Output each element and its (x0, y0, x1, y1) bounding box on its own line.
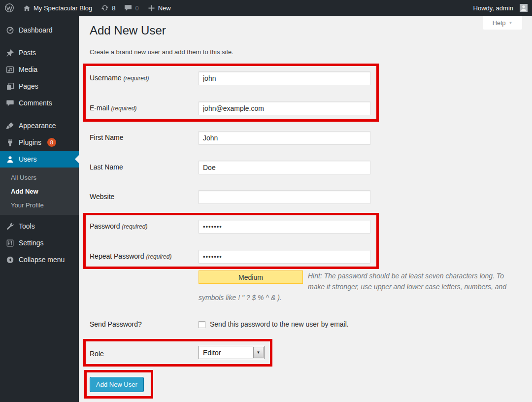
pushpin-icon (5, 48, 15, 58)
first-name-input[interactable] (199, 131, 370, 145)
sidebar-item-label: Settings (19, 239, 44, 247)
sidebar-item-label: Appearance (19, 122, 56, 130)
username-input[interactable] (199, 71, 370, 85)
paintbrush-icon (5, 121, 15, 131)
last-name-label: Last Name (90, 163, 123, 171)
sidebar-item-label: Media (19, 66, 37, 73)
submenu-item-your-profile[interactable]: Your Profile (0, 198, 79, 212)
new-label: New (158, 4, 171, 12)
password-strength-meter: Medium (199, 270, 303, 284)
sidebar-item-plugins[interactable]: Plugins 8 (0, 134, 79, 151)
new-content-button[interactable]: New (143, 0, 175, 16)
sidebar-item-label: Collapse menu (19, 256, 65, 264)
wordpress-menu-button[interactable] (0, 0, 19, 16)
sidebar-item-label: Posts (19, 49, 36, 57)
help-label: Help (493, 19, 506, 27)
submenu-item-label: Your Profile (11, 201, 44, 209)
pages-icon (5, 81, 15, 91)
update-count: 8 (112, 4, 115, 12)
website-label: Website (90, 193, 114, 201)
sidebar-item-comments[interactable]: Comments (0, 95, 79, 111)
send-password-checkbox[interactable] (199, 321, 205, 328)
sidebar-item-settings[interactable]: Settings (0, 234, 79, 251)
repeat-password-input[interactable] (199, 250, 370, 264)
sidebar-item-tools[interactable]: Tools (0, 218, 79, 234)
sidebar-item-label: Plugins (19, 138, 41, 146)
last-name-input[interactable] (199, 161, 370, 174)
help-button[interactable]: Help ▼ (483, 16, 522, 30)
comments-bubble-icon (124, 4, 132, 11)
sidebar-item-users[interactable]: Users (0, 151, 79, 168)
wrench-icon (5, 221, 15, 231)
repeat-password-label: Repeat Password (required) (90, 252, 171, 260)
page-subtitle: Create a brand new user and add them to … (90, 48, 233, 56)
first-name-label: First Name (90, 134, 123, 141)
admin-sidebar: Dashboard Posts Media Pages Comments (0, 16, 79, 402)
collapse-arrow-icon (5, 255, 15, 265)
submenu-item-add-new[interactable]: Add New (0, 184, 79, 198)
users-submenu: All Users Add New Your Profile (0, 168, 79, 215)
sidebar-item-label: Comments (19, 99, 52, 107)
admin-bar: My Spectacular Blog 8 0 New Howdy, admin (0, 0, 532, 16)
website-input[interactable] (199, 190, 370, 204)
comments-button[interactable]: 0 (120, 0, 143, 16)
plus-icon (148, 4, 155, 12)
dashboard-icon (5, 25, 15, 35)
site-name-label: My Spectacular Blog (33, 4, 92, 12)
plugins-update-badge: 8 (47, 138, 56, 147)
site-name-button[interactable]: My Spectacular Blog (19, 0, 97, 16)
sidebar-item-posts[interactable]: Posts (0, 44, 79, 61)
sidebar-item-label: Users (19, 155, 37, 163)
sidebar-item-label: Pages (19, 82, 38, 90)
comment-bubble-icon (5, 98, 15, 108)
sidebar-item-label: Tools (19, 222, 35, 230)
wordpress-logo-icon (4, 3, 14, 13)
password-label: Password (required) (90, 222, 147, 230)
sidebar-item-label: Dashboard (19, 26, 53, 34)
updates-icon (101, 4, 109, 12)
sidebar-item-appearance[interactable]: Appearance (0, 117, 79, 134)
home-icon (23, 4, 31, 12)
username-label: Username (required) (90, 74, 149, 82)
main-content: Help ▼ Add New User Create a brand new u… (79, 16, 532, 402)
comment-count: 0 (135, 4, 138, 12)
user-icon (5, 154, 15, 164)
howdy-label: Howdy, admin (473, 4, 513, 12)
role-selected-value: Editor (199, 346, 253, 359)
sidebar-item-pages[interactable]: Pages (0, 78, 79, 95)
my-account-button[interactable]: Howdy, admin (469, 0, 532, 16)
sidebar-item-dashboard[interactable]: Dashboard (0, 22, 79, 38)
send-password-checkbox-label[interactable]: Send this password to the new user by em… (210, 320, 349, 328)
media-icon (5, 65, 15, 74)
settings-sliders-icon (5, 238, 15, 248)
role-label: Role (90, 350, 104, 358)
submenu-item-all-users[interactable]: All Users (0, 170, 79, 184)
page-title: Add New User (90, 24, 166, 37)
menu-separator (0, 38, 79, 44)
password-hint-area: Medium Hint: The password should be at l… (199, 270, 516, 303)
sidebar-item-collapse-menu[interactable]: Collapse menu (0, 251, 79, 268)
submenu-item-label: All Users (11, 174, 36, 181)
email-input[interactable] (199, 101, 370, 115)
role-chevron-down-icon[interactable]: ▼ (253, 347, 264, 358)
email-label: E-mail (required) (90, 104, 137, 112)
help-chevron-down-icon: ▼ (508, 21, 512, 25)
submenu-item-label: Add New (11, 188, 38, 195)
sidebar-item-media[interactable]: Media (0, 61, 79, 78)
role-select[interactable]: Editor ▼ (199, 346, 265, 359)
send-password-label: Send Password? (90, 320, 142, 328)
avatar (520, 4, 528, 12)
plug-icon (5, 137, 15, 147)
add-new-user-button[interactable]: Add New User (90, 377, 144, 392)
updates-button[interactable]: 8 (97, 0, 120, 16)
menu-separator (0, 111, 79, 117)
password-input[interactable] (199, 220, 370, 234)
